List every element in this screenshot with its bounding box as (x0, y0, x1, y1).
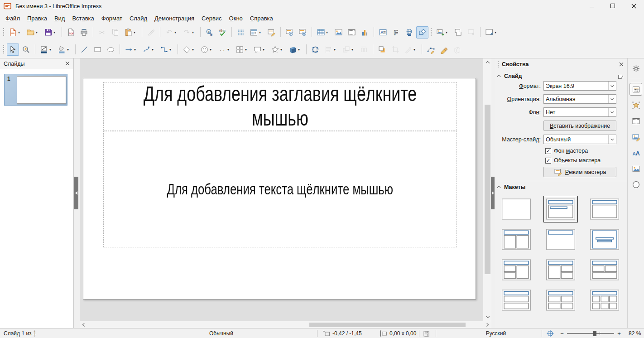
menu-файл[interactable]: Файл (2, 14, 24, 23)
left-splitter[interactable] (74, 58, 80, 328)
dropdown-arrow-icon[interactable]: ▾ (192, 30, 196, 34)
layout-title-content[interactable] (590, 198, 619, 220)
chevron-down-icon[interactable] (608, 135, 616, 144)
tab-gallery[interactable] (630, 162, 642, 175)
close-button[interactable] (623, 0, 644, 13)
dropdown-arrow-icon[interactable]: ▾ (192, 48, 196, 52)
rotate-button[interactable] (309, 43, 322, 56)
curve-button[interactable]: ▾ (140, 43, 157, 56)
zoom-in-button[interactable]: + (617, 330, 621, 337)
export-pdf-button[interactable]: PDF (65, 26, 77, 39)
tab-navigator[interactable] (630, 178, 642, 191)
scroll-left-arrow[interactable] (80, 321, 87, 328)
dropdown-arrow-icon[interactable]: ▾ (53, 30, 57, 34)
display-grid-button[interactable] (235, 26, 247, 39)
slide-section-header[interactable]: Слайд (495, 70, 627, 81)
close-icon[interactable] (619, 61, 624, 68)
orientation-select[interactable]: Альбомная (543, 94, 616, 104)
menu-демонстрация[interactable]: Демонстрация (151, 14, 198, 23)
dropdown-arrow-icon[interactable]: ▾ (18, 30, 22, 34)
find-replace-button[interactable]: ad (203, 26, 216, 39)
layout-centered-text[interactable] (590, 229, 619, 250)
vertical-scrollbar[interactable] (483, 58, 491, 321)
language-status[interactable]: Русский (471, 328, 521, 338)
dropdown-arrow-icon[interactable]: ▾ (263, 48, 266, 52)
menu-вид[interactable]: Вид (51, 14, 69, 23)
dropdown-arrow-icon[interactable]: ▾ (495, 30, 498, 34)
save-button[interactable]: ▾ (42, 26, 59, 39)
dropdown-arrow-icon[interactable]: ▾ (446, 30, 449, 34)
menu-слайд[interactable]: Слайд (126, 14, 151, 23)
zoom-button[interactable] (20, 43, 32, 56)
menu-вставка[interactable]: Вставка (68, 14, 97, 23)
slide-workspace[interactable]: Для добавления заглавия щёлкните мышью Д… (80, 58, 483, 321)
master-objects-checkbox[interactable]: ✓ Объекты мастера (545, 157, 627, 164)
insert-textbox-button[interactable]: A (377, 26, 389, 39)
zoom-out-button[interactable]: − (560, 330, 564, 337)
tab-styles[interactable]: AA (630, 146, 642, 159)
scroll-up-arrow[interactable] (484, 59, 491, 66)
dropdown-arrow-icon[interactable]: ▾ (351, 48, 355, 52)
dropdown-arrow-icon[interactable]: ▾ (298, 48, 302, 52)
edit-points-button[interactable] (425, 43, 437, 56)
dropdown-arrow-icon[interactable]: ▾ (334, 48, 337, 52)
dropdown-arrow-icon[interactable]: ▾ (210, 48, 213, 52)
chevron-down-icon[interactable] (608, 95, 616, 103)
sidebar-settings[interactable] (630, 62, 642, 75)
objects-3d-button[interactable]: ▾ (287, 43, 303, 56)
insert-table-button[interactable]: ▾ (315, 26, 332, 39)
master-slide-button[interactable] (265, 26, 278, 39)
menu-сервис[interactable]: Сервис (198, 14, 226, 23)
slide-thumbnail[interactable]: 1 (4, 74, 67, 106)
layout-blank[interactable] (502, 198, 531, 220)
dropdown-arrow-icon[interactable]: ▾ (49, 48, 53, 52)
connector-button[interactable]: ▾ (158, 43, 175, 56)
menu-окно[interactable]: Окно (226, 14, 246, 23)
dropdown-arrow-icon[interactable]: ▾ (245, 48, 249, 52)
zoom-slider-track[interactable] (567, 333, 614, 334)
duplicate-slide-button[interactable] (452, 26, 464, 39)
insert-chart-button[interactable] (359, 26, 371, 39)
vertical-scroll-thumb[interactable] (485, 105, 490, 274)
insert-image-button[interactable] (332, 26, 345, 39)
outline-placeholder[interactable]: Для добавления текста щёлкните мышью (103, 131, 457, 247)
slide-layout-button[interactable]: ▾ (483, 26, 500, 39)
dropdown-arrow-icon[interactable]: ▾ (134, 30, 137, 34)
open-button[interactable]: ▾ (24, 26, 41, 39)
display-views-button[interactable]: ▾ (248, 26, 264, 39)
dropdown-arrow-icon[interactable]: ▾ (259, 30, 263, 34)
dropdown-arrow-icon[interactable]: ▾ (152, 48, 155, 52)
sidebar-splitter[interactable] (491, 58, 495, 328)
insert-image-button[interactable]: Вставить изображение (543, 121, 616, 131)
zoom-level-status[interactable]: 82 % (629, 328, 641, 338)
layout-one-content-left-two-right[interactable] (546, 259, 575, 280)
layout-four-content[interactable] (546, 290, 575, 311)
spelling-button[interactable]: Abc (216, 26, 229, 39)
background-select[interactable]: Нет (543, 107, 616, 117)
layout-two-content-over-one[interactable] (590, 259, 619, 280)
horizontal-scrollbar[interactable] (80, 321, 491, 328)
dropdown-arrow-icon[interactable]: ▾ (280, 48, 284, 52)
panel-collapse-handle[interactable] (74, 177, 78, 209)
shadow-button[interactable] (376, 43, 388, 56)
layout-title-only[interactable] (546, 229, 575, 250)
print-button[interactable] (78, 26, 90, 39)
dropdown-arrow-icon[interactable]: ▾ (67, 48, 71, 52)
panel-drag-handle[interactable] (497, 61, 499, 68)
dropdown-arrow-icon[interactable]: ▾ (326, 30, 330, 34)
lines-arrows-button[interactable]: ▾ (123, 43, 139, 56)
maximize-button[interactable] (602, 0, 623, 13)
close-icon[interactable] (65, 61, 70, 67)
chevron-down-icon[interactable] (608, 108, 616, 116)
dropdown-arrow-icon[interactable]: ▾ (413, 48, 417, 52)
layout-two-content-left-one-right[interactable] (502, 259, 531, 280)
fontwork-button[interactable]: F (390, 26, 402, 39)
slide-canvas[interactable]: Для добавления заглавия щёлкните мышью Д… (83, 78, 476, 299)
layouts-section-header[interactable]: Макеты (495, 181, 627, 192)
horizontal-scroll-thumb[interactable] (309, 323, 466, 327)
start-first-slide-button[interactable] (284, 26, 296, 39)
menu-правка[interactable]: Правка (24, 14, 51, 23)
draw-functions-button[interactable] (416, 26, 428, 39)
toolbar-drag-handle[interactable] (2, 27, 5, 37)
layout-title-content-outline[interactable] (546, 198, 575, 220)
